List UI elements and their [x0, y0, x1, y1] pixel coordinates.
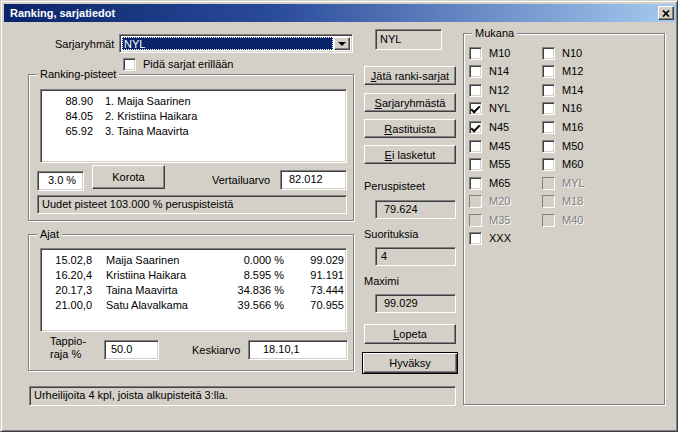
not-counted-button[interactable]: Ei lasketut	[364, 145, 456, 164]
compare-value-input[interactable]: 82.012	[280, 170, 347, 190]
athlete-count-status: Urheilijoita 4 kpl, joista alkupisteitä …	[29, 386, 456, 406]
checkbox-label: Pidä sarjat erillään	[143, 58, 234, 71]
points-value: 99.029	[298, 253, 344, 268]
checkbox-m55[interactable]: M55	[469, 158, 510, 171]
checkbox-m14[interactable]: M14	[542, 84, 583, 97]
loss-percent: 0.000 %	[224, 253, 284, 268]
keep-series-separate-checkbox[interactable]: Pidä sarjat erillään	[123, 58, 234, 71]
time-value: 21.00,0	[48, 298, 92, 313]
checkbox-n14[interactable]: N14	[469, 65, 509, 78]
checkbox-label: N16	[562, 102, 582, 115]
ranking-points-value: 88.90	[48, 94, 93, 109]
checkbox-box[interactable]	[469, 102, 482, 115]
from-checked-button[interactable]: Rastituista	[364, 119, 456, 138]
checkbox-label: M16	[562, 121, 583, 134]
time-value: 16.20,4	[48, 268, 92, 283]
performances-label: Suorituksia	[364, 228, 418, 240]
raise-button[interactable]: Korota	[92, 165, 165, 189]
checkbox-n45[interactable]: N45	[469, 121, 509, 134]
checkbox-n16[interactable]: N16	[542, 102, 582, 115]
loss-percent: 34.836 %	[224, 283, 284, 298]
checkbox-label: N14	[489, 65, 509, 78]
checkbox-label: N45	[489, 121, 509, 134]
close-button[interactable]	[658, 6, 674, 20]
checkbox-n12[interactable]: N12	[469, 84, 509, 97]
checkbox-box[interactable]	[469, 177, 482, 190]
times-listbox[interactable]: 15.02,8 Maija Saarinen 0.000 % 99.029 16…	[40, 248, 347, 332]
checkbox-m40[interactable]: M40	[542, 214, 583, 227]
checkbox-box[interactable]	[542, 158, 555, 171]
checkbox-m50[interactable]: M50	[542, 140, 583, 153]
checkbox-box[interactable]	[469, 158, 482, 171]
ranking-list-item[interactable]: 88.90 1. Maija Saarinen	[41, 94, 346, 109]
time-list-item[interactable]: 21.00,0 Satu Alavalkama 39.566 % 70.955	[41, 298, 346, 313]
ranking-list-item[interactable]: 65.92 3. Taina Maavirta	[41, 124, 346, 139]
checkbox-box[interactable]	[469, 121, 482, 134]
checkbox-label: M65	[489, 177, 510, 190]
loss-limit-input[interactable]: 50.0	[104, 340, 159, 360]
checkbox-box[interactable]	[542, 65, 555, 78]
points-value: 70.955	[298, 298, 344, 313]
close-icon	[662, 10, 670, 17]
series-group-combobox[interactable]: NYL	[119, 34, 353, 53]
time-list-item[interactable]: 15.02,8 Maija Saarinen 0.000 % 99.029	[41, 253, 346, 268]
checkbox-label: M55	[489, 158, 510, 171]
checkbox-box	[542, 214, 555, 227]
ranking-points-listbox[interactable]: 88.90 1. Maija Saarinen 84.05 2. Kristii…	[40, 89, 347, 163]
from-series-group-button[interactable]: Sarjaryhmästä	[364, 93, 456, 112]
checkbox-m60[interactable]: M60	[542, 158, 583, 171]
checkbox-box[interactable]	[469, 140, 482, 153]
checkbox-label: XXX	[489, 232, 511, 245]
checkbox-box[interactable]	[469, 65, 482, 78]
checkbox-label: NYL	[489, 102, 510, 115]
checkbox-label: M12	[562, 65, 583, 78]
ranking-dialog: Ranking, sarjatiedot Sarjaryhmät NYL Pid…	[0, 0, 678, 432]
time-list-item[interactable]: 16.20,4 Kristiina Haikara 8.595 % 91.191	[41, 268, 346, 283]
checkbox-box[interactable]	[469, 84, 482, 97]
checkbox-m35[interactable]: M35	[469, 214, 510, 227]
checkbox-box[interactable]	[542, 121, 555, 134]
combobox-dropdown-button[interactable]	[334, 37, 350, 50]
raise-percent-input[interactable]: 3.0 %	[37, 171, 84, 191]
checkbox-n10[interactable]: N10	[542, 47, 582, 60]
checkbox-label: M45	[489, 140, 510, 153]
checkbox-m20[interactable]: M20	[469, 195, 510, 208]
checkbox-m18[interactable]: M18	[542, 195, 583, 208]
checkbox-box[interactable]	[469, 47, 482, 60]
checkbox-box[interactable]	[542, 84, 555, 97]
checkbox-box[interactable]	[469, 232, 482, 245]
accept-button[interactable]: Hyväksy	[362, 352, 458, 374]
checkbox-box[interactable]	[542, 47, 555, 60]
quit-button[interactable]: Lopeta	[364, 324, 456, 344]
checkbox-box	[542, 177, 555, 190]
performances-field: 4	[375, 247, 456, 266]
ranking-points-group-title: Ranking-pisteet	[37, 68, 119, 80]
checkbox-m45[interactable]: M45	[469, 140, 510, 153]
checkbox-m65[interactable]: M65	[469, 177, 510, 190]
ranking-athlete-name: 2. Kristiina Haikara	[105, 109, 197, 124]
time-list-item[interactable]: 20.17,3 Taina Maavirta 34.836 % 73.444	[41, 283, 346, 298]
checkbox-m12[interactable]: M12	[542, 65, 583, 78]
times-group-title: Ajat	[37, 228, 62, 240]
average-input[interactable]: 18.10,1	[248, 340, 348, 360]
ranking-list-item[interactable]: 84.05 2. Kristiina Haikara	[41, 109, 346, 124]
base-points-label: Peruspisteet	[364, 180, 425, 192]
combobox-selected-value: NYL	[122, 37, 333, 50]
checkbox-label: MYL	[562, 177, 585, 190]
checkbox-m16[interactable]: M16	[542, 121, 583, 134]
checkbox-box[interactable]	[542, 102, 555, 115]
checkbox-label: M14	[562, 84, 583, 97]
athlete-name: Taina Maavirta	[106, 283, 224, 298]
checkbox-xxx[interactable]: XXX	[469, 232, 511, 245]
title-bar[interactable]: Ranking, sarjatiedot	[4, 4, 676, 22]
checkbox-m10[interactable]: M10	[469, 47, 510, 60]
checkbox-nyl[interactable]: NYL	[469, 102, 510, 115]
checkbox-myl[interactable]: MYL	[542, 177, 585, 190]
checkbox-box[interactable]	[123, 58, 136, 71]
points-value: 91.191	[298, 268, 344, 283]
skip-rank-series-button[interactable]: Jätä ranki-sarjat	[364, 66, 456, 85]
checkbox-label: M60	[562, 158, 583, 171]
checkbox-box[interactable]	[542, 140, 555, 153]
checkbox-label: N12	[489, 84, 509, 97]
checkbox-label: M40	[562, 214, 583, 227]
